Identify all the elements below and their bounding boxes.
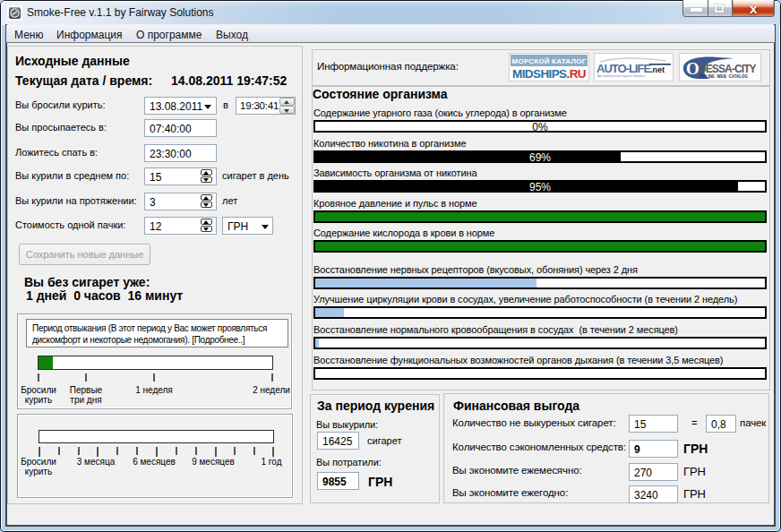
svg-text:Автомобильный портал Украины: Автомобильный портал Украины	[597, 74, 646, 78]
svg-text:O: O	[686, 59, 699, 78]
svg-text:DESSA-CITY: DESSA-CITY	[699, 63, 757, 75]
svg-text:ONLINE WEB CATALOG: ONLINE WEB CATALOG	[699, 74, 749, 79]
svg-text:AUTO-LIFE: AUTO-LIFE	[596, 62, 651, 75]
svg-text:.net: .net	[650, 65, 665, 74]
